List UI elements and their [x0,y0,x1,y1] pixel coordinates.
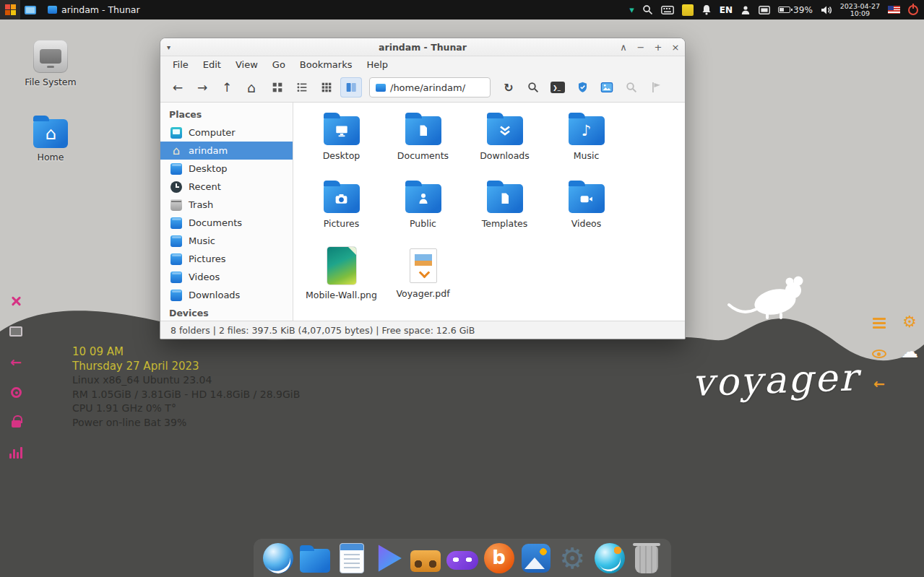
chevron-down-icon[interactable]: ▾ [629,4,634,15]
wallpaper-button[interactable] [596,77,618,97]
file-downloads[interactable]: Downloads [464,110,545,178]
forward-button[interactable]: → [191,77,213,97]
drive-icon [33,40,68,73]
file-templates[interactable]: Templates [464,178,545,246]
active-window-title[interactable]: arindam - Thunar [61,4,140,15]
search-icon[interactable] [642,4,653,15]
sidebar-item-pictures[interactable]: Pictures [160,250,293,268]
up-button[interactable]: ↑ [216,77,238,97]
workspace-button[interactable] [20,0,40,19]
hamburger-menu-icon [873,318,886,329]
templates-folder-icon [487,184,523,213]
rail-settings-button[interactable]: ⚙ [901,313,918,331]
flag-us-icon[interactable] [888,6,900,14]
page-emblem-icon [487,184,523,213]
close-button[interactable]: × [670,42,681,53]
files-area[interactable]: Desktop Documents [293,103,685,321]
menu-edit[interactable]: Edit [197,58,228,71]
back-button[interactable]: ← [167,77,189,97]
compact-view-button[interactable] [316,77,337,97]
dock-radio[interactable] [410,542,441,574]
dock-settings[interactable]: ⚙ [557,542,589,574]
file-videos[interactable]: Videos [545,178,627,246]
home-button[interactable]: ⌂ [241,77,262,97]
rail-swirl-button[interactable] [7,383,25,401]
apps-grid-icon [5,4,16,15]
icon-view-icon [272,82,283,93]
language-indicator[interactable]: EN [720,5,733,15]
desktop-icon-filesystem[interactable]: File System [16,40,85,87]
dock-file-manager[interactable] [299,542,331,574]
dock-browser[interactable] [262,542,294,574]
sticky-note-icon[interactable] [682,4,694,16]
conky-cpu: CPU 1.91 GHz 0% T° [72,402,300,416]
sidebar: Places Computer ⌂ arindam Desktop Recent… [160,103,293,321]
file-documents[interactable]: Documents [382,110,464,178]
rail-equalizer-button[interactable] [7,444,25,461]
security-button[interactable] [571,77,593,97]
minimize-button[interactable]: − [636,42,646,53]
rail-back2-button[interactable]: ← [871,375,888,392]
power-icon[interactable] [908,5,918,15]
sidebar-item-trash[interactable]: Trash [160,196,293,214]
rail-eye-button[interactable] [871,345,888,363]
flag-disabled-button[interactable] [645,77,667,97]
list-view-button[interactable] [291,77,313,97]
rail-starburst-button[interactable] [7,292,25,310]
rail-back-button[interactable]: ← [7,353,25,370]
path-bar[interactable]: /home/arindam/ [369,77,491,97]
bell-icon[interactable] [701,4,712,15]
keyboard-icon[interactable] [661,6,674,14]
menu-go[interactable]: Go [266,58,292,71]
reload-button[interactable]: ↻ [498,77,519,97]
window-titlebar[interactable]: ▾ arindam - Thunar ∧ − + × [160,38,685,56]
rail-menu-button[interactable] [871,314,888,331]
maximize-button[interactable]: + [653,42,663,53]
sidebar-item-downloads[interactable]: Downloads [160,286,293,304]
menu-view[interactable]: View [229,58,264,71]
sidebar-item-recent[interactable]: Recent [160,178,293,196]
icon-view-button[interactable] [267,77,288,97]
file-public[interactable]: Public [382,178,464,246]
shade-button[interactable]: ∧ [618,42,629,53]
sidebar-item-music[interactable]: Music [160,232,293,250]
search-button[interactable] [522,77,544,97]
menu-bookmarks[interactable]: Bookmarks [293,58,359,71]
sidebar-item-desktop[interactable]: Desktop [160,160,293,178]
dual-pane-button[interactable] [340,77,362,97]
dock-web-browser[interactable] [594,542,626,574]
sidebar-item-computer[interactable]: Computer [160,123,293,142]
users-icon[interactable] [741,5,751,15]
menu-help[interactable]: Help [360,58,394,71]
tablet-icon[interactable] [759,6,770,14]
volume-icon[interactable] [821,5,832,15]
dock-media-player[interactable] [373,542,405,574]
search-disabled-button[interactable] [621,77,642,97]
clock-indicator[interactable]: 2023-04-27 10:09 [840,3,880,17]
dock-b-app[interactable] [483,542,515,574]
file-voyager-pdf[interactable]: Voyager.pdf [382,246,464,313]
dock-trash[interactable] [631,542,662,574]
places-header: Places [160,105,293,123]
menu-file[interactable]: File [166,58,195,71]
battery-indicator[interactable]: 39% [778,5,813,15]
sidebar-item-label: Documents [189,217,242,228]
rail-display-button[interactable] [7,323,25,340]
sidebar-item-arindam[interactable]: ⌂ arindam [160,142,293,160]
file-mobile-wall-png[interactable]: Mobile-Wall.png [301,246,382,313]
dock-text-editor[interactable] [336,542,368,574]
rail-lock-button[interactable] [7,412,25,430]
dock-mask-app[interactable] [446,542,478,574]
sidebar-item-documents[interactable]: Documents [160,214,293,232]
desktop-emblem-icon [324,116,360,145]
rail-weather-button[interactable]: ☁ [901,343,918,360]
dock-photos-app[interactable] [520,542,552,574]
file-music[interactable]: ♪ Music [545,110,627,178]
sidebar-item-videos[interactable]: Videos [160,268,293,286]
open-terminal-button[interactable]: ❯_ [547,77,569,97]
window-menu-icon[interactable]: ▾ [167,43,170,51]
desktop-icon-home[interactable]: Home [16,116,85,162]
file-pictures[interactable]: Pictures [301,178,382,246]
app-launcher-button[interactable] [0,0,20,19]
file-desktop[interactable]: Desktop [301,110,382,178]
